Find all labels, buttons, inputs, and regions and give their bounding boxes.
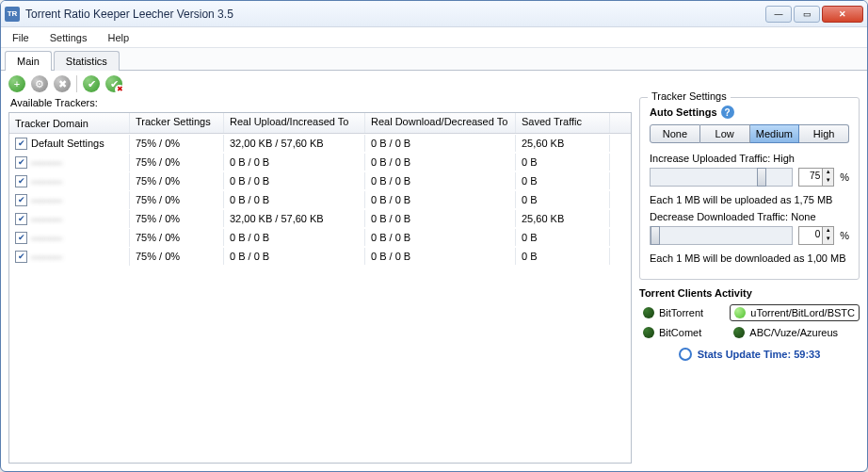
row-checkbox[interactable]: ✔: [15, 156, 27, 169]
saved-cell: 0 B: [516, 191, 610, 208]
download-cell: 0 B / 0 B: [365, 229, 516, 246]
add-button[interactable]: +: [8, 75, 25, 92]
tracker-domain: Default Settings: [31, 138, 104, 149]
status-led-icon: [734, 307, 746, 318]
row-checkbox[interactable]: ✔: [15, 175, 27, 187]
tracker-settings-cell: 75% / 0%: [130, 154, 224, 171]
saved-cell: 25,60 KB: [516, 210, 610, 227]
table-row[interactable]: ✔———75% / 0%32,00 KB / 57,60 KB0 B / 0 B…: [9, 209, 631, 228]
download-cell: 0 B / 0 B: [365, 154, 516, 171]
tracker-domain: ———: [31, 156, 62, 168]
table-row[interactable]: ✔———75% / 0%0 B / 0 B0 B / 0 B0 B: [9, 153, 631, 171]
table-row[interactable]: ✔———75% / 0%0 B / 0 B0 B / 0 B0 B: [9, 171, 631, 190]
refresh-icon[interactable]: [679, 348, 692, 361]
client-item[interactable]: BitComet: [639, 325, 724, 340]
download-cell: 0 B / 0 B: [365, 191, 516, 208]
increase-value[interactable]: 75: [799, 169, 822, 186]
col-domain[interactable]: Tracker Domain: [9, 113, 130, 133]
decrease-down[interactable]: ▼: [823, 236, 833, 244]
settings-button[interactable]: ⚙: [31, 75, 48, 92]
row-checkbox[interactable]: ✔: [15, 138, 27, 150]
tracker-domain: ———: [31, 175, 62, 187]
row-checkbox[interactable]: ✔: [15, 232, 27, 244]
tracker-settings-cell: 75% / 0%: [130, 135, 224, 152]
table-row[interactable]: ✔———75% / 0%0 B / 0 B0 B / 0 B0 B: [9, 247, 631, 266]
level-none[interactable]: None: [650, 124, 700, 143]
row-checkbox[interactable]: ✔: [15, 194, 27, 206]
increase-up[interactable]: ▲: [823, 169, 833, 177]
increase-label: Increase Uploaded Traffic: High: [650, 153, 849, 164]
upload-cell: 32,00 KB / 57,60 KB: [224, 135, 365, 152]
row-checkbox[interactable]: ✔: [15, 251, 27, 263]
auto-settings-label: Auto Settings: [650, 106, 717, 118]
menu-settings[interactable]: Settings: [46, 30, 91, 45]
table-row[interactable]: ✔———75% / 0%0 B / 0 B0 B / 0 B0 B: [9, 190, 631, 209]
tracker-settings-cell: 75% / 0%: [130, 210, 224, 227]
menu-help[interactable]: Help: [104, 30, 133, 45]
status-led-icon: [643, 327, 654, 338]
client-name: BitTorrent: [659, 307, 703, 318]
decrease-up[interactable]: ▲: [823, 227, 833, 236]
table-row[interactable]: ✔———75% / 0%0 B / 0 B0 B / 0 B0 B: [9, 228, 631, 247]
status-led-icon: [643, 307, 654, 318]
clients-title: Torrent Clients Activity: [639, 287, 860, 299]
window-title: Torrent Ratio Keeper Leecher Version 3.5: [25, 8, 765, 21]
status-led-icon: [733, 327, 745, 338]
decrease-label: Decrease Downloaded Traffic: None: [650, 211, 849, 222]
increase-down[interactable]: ▼: [823, 177, 833, 186]
download-cell: 0 B / 0 B: [365, 172, 516, 189]
saved-cell: 0 B: [516, 154, 610, 171]
level-medium[interactable]: Medium: [750, 124, 800, 143]
minimize-button[interactable]: —: [765, 6, 792, 23]
upload-cell: 32,00 KB / 57,60 KB: [224, 210, 365, 227]
download-cell: 0 B / 0 B: [365, 210, 516, 227]
upload-cell: 0 B / 0 B: [224, 172, 365, 189]
tracker-settings-cell: 75% / 0%: [130, 229, 224, 246]
upload-cell: 0 B / 0 B: [224, 248, 365, 265]
increase-slider-thumb[interactable]: [757, 168, 766, 187]
client-item[interactable]: ABC/Vuze/Azureus: [730, 325, 860, 340]
tracker-settings-cell: 75% / 0%: [130, 172, 224, 189]
level-low[interactable]: Low: [700, 124, 750, 143]
upload-cell: 0 B / 0 B: [224, 191, 365, 208]
tracker-settings-legend: Tracker Settings: [648, 90, 731, 102]
tab-main[interactable]: Main: [5, 51, 52, 71]
decrease-spinner[interactable]: 0 ▲▼: [798, 226, 834, 245]
saved-cell: 0 B: [516, 248, 610, 265]
col-upload[interactable]: Real Upload/Increased To: [224, 113, 365, 133]
decrease-value[interactable]: 0: [799, 227, 822, 244]
client-item[interactable]: uTorrent/BitLord/BSTC: [730, 304, 860, 321]
increase-slider[interactable]: [650, 168, 793, 187]
client-item[interactable]: BitTorrent: [639, 304, 724, 321]
client-name: uTorrent/BitLord/BSTC: [750, 307, 855, 318]
disable-button[interactable]: ✔: [105, 75, 122, 92]
maximize-button[interactable]: ▭: [794, 6, 820, 23]
upload-cell: 0 B / 0 B: [224, 229, 365, 246]
info-icon[interactable]: ?: [721, 106, 734, 119]
auto-level-group: None Low Medium High: [650, 124, 849, 143]
col-settings[interactable]: Tracker Settings: [130, 113, 224, 133]
trackers-grid: Tracker Domain Tracker Settings Real Upl…: [8, 112, 632, 464]
col-download[interactable]: Real Download/Decreased To: [365, 113, 516, 133]
titlebar[interactable]: TR Torrent Ratio Keeper Leecher Version …: [1, 1, 867, 27]
increase-spinner[interactable]: 75 ▲▼: [798, 168, 834, 187]
row-checkbox[interactable]: ✔: [15, 213, 27, 225]
decrease-slider-thumb[interactable]: [651, 226, 660, 245]
delete-button[interactable]: ✖: [54, 75, 71, 92]
level-high[interactable]: High: [799, 124, 849, 143]
decrease-slider[interactable]: [650, 226, 793, 245]
menubar: File Settings Help: [1, 27, 867, 48]
upload-cell: 0 B / 0 B: [224, 154, 365, 171]
clients-panel: Torrent Clients Activity BitTorrentuTorr…: [639, 285, 860, 361]
close-button[interactable]: ✕: [822, 6, 863, 23]
tracker-settings-panel: Tracker Settings Auto Settings ? None Lo…: [639, 97, 860, 280]
tab-statistics[interactable]: Statistics: [54, 51, 120, 71]
table-row[interactable]: ✔Default Settings75% / 0%32,00 KB / 57,6…: [9, 134, 631, 153]
enable-button[interactable]: ✔: [83, 75, 100, 92]
app-icon: TR: [5, 7, 20, 22]
col-saved[interactable]: Saved Traffic: [516, 113, 610, 133]
saved-cell: 0 B: [516, 172, 610, 189]
menu-file[interactable]: File: [8, 30, 33, 45]
tracker-settings-cell: 75% / 0%: [130, 248, 224, 265]
saved-cell: 25,60 KB: [516, 135, 610, 152]
